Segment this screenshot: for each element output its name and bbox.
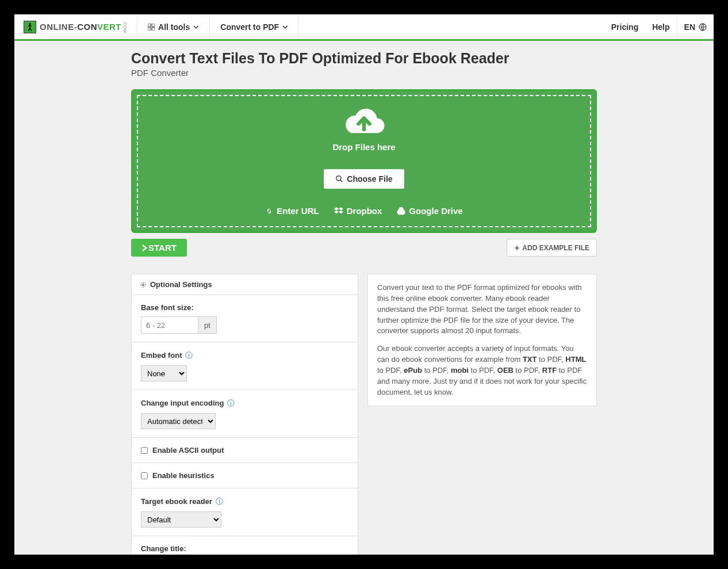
nav-pricing[interactable]: Pricing (604, 14, 645, 39)
logo-text: ONLINE-CONVERT (40, 22, 121, 32)
info-paragraph-2: Our ebook converter accepts a variety of… (377, 343, 587, 398)
nav-all-tools[interactable]: All tools (137, 14, 209, 39)
encoding-select[interactable]: Automatic detection (141, 413, 216, 429)
info-icon[interactable]: ⓘ (227, 399, 235, 407)
font-size-label: Base font size: (141, 303, 348, 312)
page-title: Convert Text Files To PDF Optimized For … (131, 50, 597, 67)
target-reader-label: Target ebook reader ⓘ (141, 497, 348, 507)
ascii-label: Enable ASCII output (152, 446, 224, 455)
plus-icon (514, 245, 520, 251)
nav-help[interactable]: Help (645, 14, 676, 39)
logo-icon (24, 21, 36, 33)
google-drive-icon (397, 207, 405, 215)
enter-url-link[interactable]: Enter URL (265, 206, 319, 216)
svg-point-7 (143, 284, 144, 285)
info-paragraph-1: Convert your text to the PDF format opti… (377, 282, 587, 337)
gear-icon (140, 281, 147, 288)
svg-rect-1 (148, 24, 151, 26)
svg-rect-4 (152, 28, 155, 30)
svg-rect-2 (152, 24, 155, 26)
chevron-down-icon (193, 24, 199, 30)
info-icon[interactable]: ⓘ (185, 351, 193, 360)
nav-language-label: EN (684, 22, 695, 32)
encoding-label: Change input encoding ⓘ (141, 398, 348, 408)
nav-convert-to-label: Convert to PDF (220, 22, 279, 32)
optional-settings-header: Optional Settings (132, 274, 358, 295)
info-icon[interactable]: ⓘ (216, 497, 223, 506)
cloud-upload-icon (342, 105, 386, 139)
start-button[interactable]: START (131, 239, 187, 257)
add-example-button[interactable]: ADD EXAMPLE FILE (507, 239, 597, 257)
embed-font-select[interactable]: None (141, 365, 187, 381)
globe-icon (699, 23, 707, 31)
change-title-label: Change title: (141, 544, 348, 553)
dropbox-link[interactable]: Dropbox (334, 206, 382, 216)
optional-settings-panel: Optional Settings Base font size: pt Emb… (131, 274, 358, 555)
search-icon (335, 175, 343, 183)
font-size-input[interactable] (141, 316, 198, 334)
nav-convert-to[interactable]: Convert to PDF (210, 14, 298, 39)
svg-point-0 (29, 23, 30, 25)
choose-file-button[interactable]: Choose File (324, 169, 404, 189)
chevron-down-icon (282, 24, 288, 30)
grid-icon (148, 24, 155, 30)
embed-font-label: Embed font ⓘ (141, 350, 348, 361)
svg-point-6 (336, 176, 341, 181)
ascii-checkbox[interactable] (141, 447, 148, 454)
nav-language[interactable]: EN (677, 14, 714, 39)
target-reader-select[interactable]: Default (141, 511, 221, 528)
info-panel: Convert your text to the PDF format opti… (367, 274, 597, 406)
drop-zone[interactable]: Drop Files here Choose File Enter URL Dr… (131, 89, 597, 233)
add-example-label: ADD EXAMPLE FILE (522, 244, 589, 252)
google-drive-link[interactable]: Google Drive (397, 206, 462, 216)
heuristics-label: Enable heuristics (152, 471, 214, 480)
start-button-label: START (148, 243, 177, 253)
logo-com: .COM (122, 21, 128, 33)
choose-file-label: Choose File (347, 174, 392, 184)
page-subtitle: PDF Converter (131, 68, 597, 78)
svg-rect-3 (148, 28, 151, 30)
drop-text: Drop Files here (138, 142, 590, 152)
header: ONLINE-CONVERT .COM All tools Convert to… (14, 14, 714, 41)
link-icon (265, 207, 273, 215)
nav-all-tools-label: All tools (158, 22, 190, 32)
font-size-unit: pt (198, 316, 217, 334)
chevron-right-icon (141, 244, 147, 252)
logo[interactable]: ONLINE-CONVERT .COM (14, 14, 137, 39)
heuristics-checkbox[interactable] (141, 472, 148, 479)
dropbox-icon (334, 207, 343, 215)
